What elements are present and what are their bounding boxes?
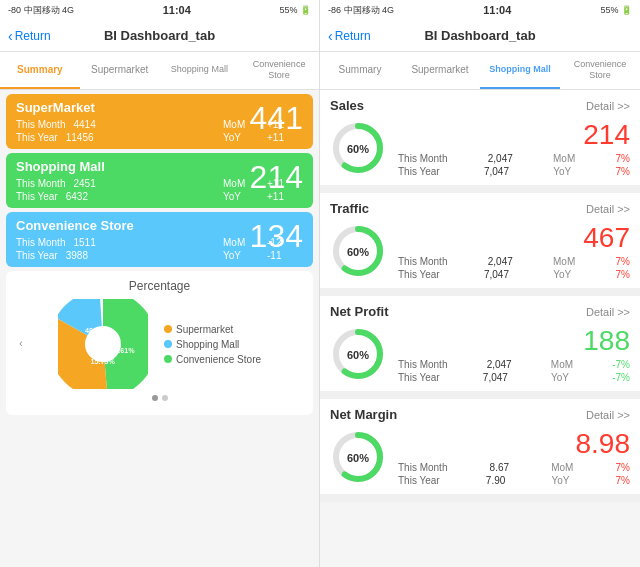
supermarket-card: SuperMarket 441 This Month 4414 MoM +11 … xyxy=(6,94,313,149)
right-tab-summary[interactable]: Summary xyxy=(320,52,400,89)
sales-month-val: 2,047 xyxy=(488,153,513,164)
shopping-mall-card: Shopping Mall 214 This Month 2451 MoM +1… xyxy=(6,153,313,208)
percentage-title: Percentage xyxy=(14,279,305,293)
left-tabs: Summary Supermarket Shopping Mall Conven… xyxy=(0,52,319,90)
netmargin-metric-body: 60% 8.98 This Month 8.67 MoM 7% This Yea… xyxy=(330,428,630,486)
netprofit-yoy-val: -7% xyxy=(612,372,630,383)
netprofit-month-val: 2,047 xyxy=(487,359,512,370)
left-time: 11:04 xyxy=(163,4,191,16)
conv-this-year-val: 3988 xyxy=(66,250,102,261)
sales-big-num: 214 xyxy=(398,119,630,151)
right-chevron-icon: ‹ xyxy=(328,28,333,44)
sales-stats: 214 This Month 2,047 MoM 7% This Year 7,… xyxy=(398,119,630,177)
right-tab-convenience-store[interactable]: Convenience Store xyxy=(560,52,640,89)
right-time: 11:04 xyxy=(483,4,511,16)
conv-this-year-label: This Year xyxy=(16,250,58,261)
left-scroll-content: SuperMarket 441 This Month 4414 MoM +11 … xyxy=(0,90,319,567)
traffic-detail-link[interactable]: Detail >> xyxy=(586,203,630,215)
supermarket-big-num: 441 xyxy=(250,100,303,137)
left-chevron-icon: ‹ xyxy=(8,28,13,44)
left-tab-shopping-mall[interactable]: Shopping Mall xyxy=(160,52,240,89)
pie-container: 48.60% 34.61% 15.79% Supermarket Shoppin… xyxy=(14,299,305,389)
traffic-month-label: This Month xyxy=(398,256,447,267)
right-tab-shopping-mall[interactable]: Shopping Mall xyxy=(480,52,560,89)
traffic-donut: 60% xyxy=(330,223,386,279)
traffic-month-row: This Month 2,047 MoM 7% xyxy=(398,256,630,267)
mall-this-year-label: This Year xyxy=(16,191,58,202)
netmargin-yoy-label: YoY xyxy=(551,475,569,486)
netprofit-month-label: This Month xyxy=(398,359,447,370)
right-tab-supermarket[interactable]: Supermarket xyxy=(400,52,480,89)
legend-dot-convenience xyxy=(164,355,172,363)
traffic-yoy-label: YoY xyxy=(553,269,571,280)
sales-yoy-label: YoY xyxy=(553,166,571,177)
netprofit-year-val: 7,047 xyxy=(483,372,508,383)
legend-item-convenience: Convenience Store xyxy=(164,354,261,365)
sm-this-year-val: 11456 xyxy=(66,132,102,143)
percentage-section: ‹ Percentage 48.60% 34.61% 15.7 xyxy=(6,271,313,415)
netprofit-metric-body: 60% 188 This Month 2,047 MoM -7% This Ye… xyxy=(330,325,630,383)
sales-year-val: 7,047 xyxy=(484,166,509,177)
right-tabs: Summary Supermarket Shopping Mall Conven… xyxy=(320,52,640,90)
netmargin-metric-header: Net Margin Detail >> xyxy=(330,407,630,422)
legend-label-convenience: Convenience Store xyxy=(176,354,261,365)
traffic-year-val: 7,047 xyxy=(484,269,509,280)
netprofit-donut: 60% xyxy=(330,326,386,382)
netprofit-detail-link[interactable]: Detail >> xyxy=(586,306,630,318)
sales-metric-header: Sales Detail >> xyxy=(330,98,630,113)
pagination xyxy=(14,389,305,407)
netmargin-detail-link[interactable]: Detail >> xyxy=(586,409,630,421)
sales-mom-label: MoM xyxy=(553,153,575,164)
netprofit-month-row: This Month 2,047 MoM -7% xyxy=(398,359,630,370)
netprofit-metric-header: Net Profit Detail >> xyxy=(330,304,630,319)
traffic-stats: 467 This Month 2,047 MoM 7% This Year 7,… xyxy=(398,222,630,280)
netmargin-yoy-val: 7% xyxy=(616,475,630,486)
svg-text:60%: 60% xyxy=(347,143,369,155)
legend-dot-mall xyxy=(164,340,172,348)
right-header-title: BI Dashboard_tab xyxy=(424,28,535,43)
traffic-month-val: 2,047 xyxy=(488,256,513,267)
pie-chart: 48.60% 34.61% 15.79% xyxy=(58,299,148,389)
sales-yoy-val: 7% xyxy=(616,166,630,177)
sales-metric-name: Sales xyxy=(330,98,364,113)
traffic-metric-name: Traffic xyxy=(330,201,369,216)
sales-metric-body: 60% 214 This Month 2,047 MoM 7% This Yea… xyxy=(330,119,630,177)
netmargin-metric: Net Margin Detail >> 60% 8.98 This Month… xyxy=(320,399,640,502)
sm-this-year-label: This Year xyxy=(16,132,58,143)
traffic-big-num: 467 xyxy=(398,222,630,254)
netmargin-big-num: 8.98 xyxy=(398,428,630,460)
sales-detail-link[interactable]: Detail >> xyxy=(586,100,630,112)
sales-metric: Sales Detail >> 60% 214 This Month 2,047 xyxy=(320,90,640,193)
traffic-metric: Traffic Detail >> 60% 467 This Month 2,0… xyxy=(320,193,640,296)
right-signal: -86 中国移动 4G xyxy=(328,4,394,17)
left-tab-summary[interactable]: Summary xyxy=(0,52,80,89)
left-signal: -80 中国移动 4G xyxy=(8,4,74,17)
sales-year-row: This Year 7,047 YoY 7% xyxy=(398,166,630,177)
traffic-mom-val: 7% xyxy=(616,256,630,267)
left-battery: 55% 🔋 xyxy=(279,5,311,15)
left-tab-convenience-store[interactable]: Convenience Store xyxy=(239,52,319,89)
netmargin-mom-val: 7% xyxy=(616,462,630,473)
netprofit-stats: 188 This Month 2,047 MoM -7% This Year 7… xyxy=(398,325,630,383)
sales-mom-val: 7% xyxy=(616,153,630,164)
pagination-dot-2 xyxy=(162,395,168,401)
sales-month-label: This Month xyxy=(398,153,447,164)
legend-label-supermarket: Supermarket xyxy=(176,324,233,335)
svg-point-2 xyxy=(67,308,139,380)
mall-this-month-label: This Month xyxy=(16,178,65,189)
sales-month-row: This Month 2,047 MoM 7% xyxy=(398,153,630,164)
svg-text:60%: 60% xyxy=(347,452,369,464)
left-back-button[interactable]: ‹ Return xyxy=(8,28,51,44)
netprofit-year-row: This Year 7,047 YoY -7% xyxy=(398,372,630,383)
left-nav-arrow[interactable]: ‹ xyxy=(12,334,30,352)
right-header: ‹ Return BI Dashboard_tab xyxy=(320,20,640,52)
svg-text:34.61%: 34.61% xyxy=(110,346,135,355)
left-panel: -80 中国移动 4G 11:04 55% 🔋 ‹ Return BI Dash… xyxy=(0,0,320,567)
netmargin-donut: 60% xyxy=(330,429,386,485)
legend-dot-supermarket xyxy=(164,325,172,333)
svg-text:48.60%: 48.60% xyxy=(85,326,110,335)
conv-this-month-label: This Month xyxy=(16,237,65,248)
pagination-dot-1 xyxy=(152,395,158,401)
right-back-button[interactable]: ‹ Return xyxy=(328,28,371,44)
left-tab-supermarket[interactable]: Supermarket xyxy=(80,52,160,89)
